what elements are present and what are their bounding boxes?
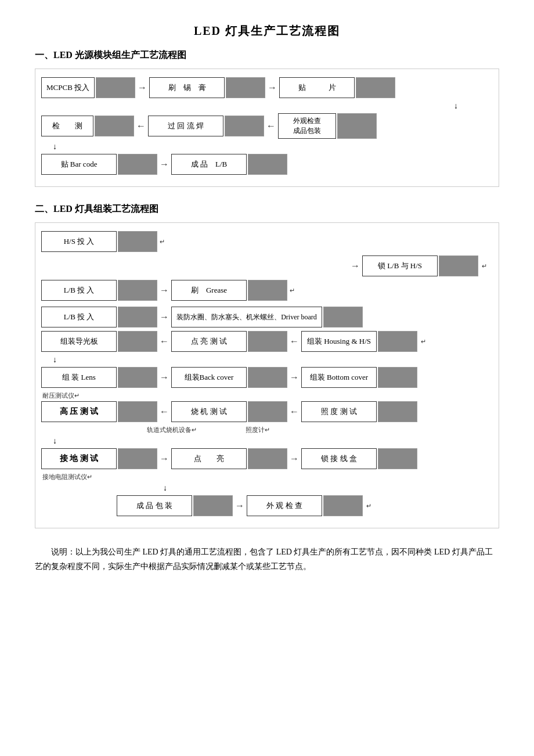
proc-box-barcode: 贴 Bar code	[41, 154, 117, 175]
explanation: 说明：以上为我公司生产 LED 灯具的通用工艺流程图，包含了 LED 灯具生产的…	[35, 545, 499, 574]
proc-ground: 接 地 测 试	[41, 448, 157, 469]
proc-box-mount: 贴 片	[279, 77, 355, 98]
arrow-hv1: ←	[157, 406, 171, 417]
proc-reflow: 过 回 流 焊	[148, 116, 264, 136]
proc-box-reflow: 过 回 流 焊	[148, 116, 223, 136]
img-lock	[439, 255, 478, 276]
img-lighton	[248, 448, 287, 469]
section2-heading: 二、LED 灯具组装工艺流程图	[35, 203, 499, 215]
proc-visual-pack: 外观检查 成品包装	[278, 113, 377, 139]
img-lb2	[118, 307, 157, 327]
proc-illum: 照 度 测 试	[301, 401, 417, 422]
arrow-down-1: ↓	[454, 102, 458, 111]
proc-box-vf: 外 观 检 查	[247, 495, 322, 516]
note-lock: ↵	[482, 262, 487, 270]
proc-box-lighton: 点 亮	[171, 448, 247, 469]
img-fp	[193, 495, 233, 516]
img-bc	[248, 367, 287, 388]
s2-row-ground: 接 地 测 试 → 点 亮 → 锁 接 线 盒	[41, 448, 493, 469]
img-burn	[248, 401, 287, 422]
explanation-text: 说明：以上为我公司生产 LED 灯具的通用工艺流程图，包含了 LED 灯具生产的…	[35, 548, 493, 571]
img-illum	[378, 401, 417, 422]
arrow-down-hv: ↓	[53, 437, 57, 445]
proc-finished-lb: 成 品 L/B	[171, 154, 287, 175]
proc-waterproof: 装防水圈、防水塞头、机米螺丝、Driver board	[171, 307, 363, 327]
section2: 二、LED 灯具组装工艺流程图 H/S 投 入 ↵ → 锁 L/B 与 H/S …	[35, 203, 499, 528]
proc-lightguide: 组装导光板	[41, 331, 157, 352]
proc-lighton: 点 亮	[171, 448, 287, 469]
proc-grease: 刷 Grease	[171, 280, 287, 301]
proc-highv: 高 压 测 试	[41, 401, 157, 422]
note-hs: ↵	[160, 238, 165, 246]
proc-box-hs: H/S 投 入	[41, 231, 117, 252]
proc-mount: 贴 片	[279, 77, 395, 98]
flow-row-3: 贴 Bar code → 成 品 L/B	[41, 154, 493, 175]
visual-line1: 外观检查	[293, 116, 321, 126]
proc-box-inspect: 检 测	[41, 116, 93, 136]
proc-box-bc: 组装Back cover	[171, 367, 247, 388]
proc-burn: 烧 机 测 试	[171, 401, 287, 422]
img-lockbox	[378, 448, 417, 469]
proc-box-visual: 外观检查 成品包装	[278, 113, 336, 139]
note-illum: 照度计↵	[244, 426, 337, 434]
section1-heading: 一、LED 光源模块组生产工艺流程图	[35, 49, 499, 62]
proc-box-lb2: L/B 投 入	[41, 307, 117, 327]
proc-box-hv: 高 压 测 试	[41, 401, 117, 422]
proc-box-btc: 组装 Bottom cover	[301, 367, 377, 388]
img-barcode	[118, 154, 157, 175]
proc-box-flb: 成 品 L/B	[171, 154, 247, 175]
proc-box-mcpcb: MCPCB 投入	[41, 77, 95, 98]
proc-box-solder: 刷 锡 膏	[149, 77, 225, 98]
img-housing	[378, 331, 417, 352]
section1: 一、LED 光源模块组生产工艺流程图 MCPCB 投入 → 刷 锡 膏 → 贴 …	[35, 49, 499, 187]
proc-box-lens: 组 装 Lens	[41, 367, 117, 388]
proc-lockbox: 锁 接 线 盒	[301, 448, 417, 469]
proc-light-test: 点 亮 测 试	[171, 331, 287, 352]
img-flb	[248, 154, 287, 175]
proc-box-lb: 锁 接 线 盒	[301, 448, 377, 469]
img-lg	[118, 331, 157, 352]
arrow-down-2: ↓	[53, 142, 57, 152]
arrow-gnd1: →	[157, 453, 171, 464]
flow-row-2: 检 测 ← 过 回 流 焊 ← 外观检查 成品包装	[41, 113, 493, 139]
img-grease	[248, 280, 287, 301]
page-title: LED 灯具生产工艺流程图	[35, 23, 499, 39]
proc-lb-input1: L/B 投 入	[41, 280, 157, 301]
proc-box-wp: 装防水圈、防水塞头、机米螺丝、Driver board	[171, 307, 322, 327]
img-solder	[226, 77, 265, 98]
note-voltage: 耐压测试仪↵	[41, 391, 493, 400]
proc-lock-lb-hs: 锁 L/B 与 H/S ↵	[362, 255, 487, 276]
note-burn: 轨道式烧机设备↵	[146, 426, 239, 434]
proc-visual-final: 外 观 检 查 ↵	[247, 495, 371, 516]
note-ground: 接地电阻测试仪↵	[41, 473, 493, 481]
proc-box-lock: 锁 L/B 与 H/S	[362, 255, 438, 276]
arrow-hv2: ←	[287, 406, 301, 417]
arrow-lock-lb: →	[348, 261, 362, 271]
img-mount	[356, 77, 395, 98]
proc-box-lg: 组装导光板	[41, 331, 117, 352]
s2-row-pack: 成 品 包 装 → 外 观 检 查 ↵	[41, 495, 493, 516]
visual-line2: 成品包装	[293, 126, 321, 136]
arrow-3-1: →	[157, 159, 171, 170]
arrow-down-lg: ↓	[53, 355, 57, 364]
note-housing: ↵	[421, 338, 426, 345]
arrow-2-1: ←	[134, 121, 148, 131]
img-gnd	[118, 448, 157, 469]
s2-row-lens: 组 装 Lens → 组装Back cover → 组装 Bottom cove…	[41, 367, 493, 388]
img-lb1	[118, 280, 157, 301]
img-reflow	[225, 116, 264, 136]
img-hs	[118, 231, 157, 252]
proc-bottom-cover: 组装 Bottom cover	[301, 367, 417, 388]
proc-barcode: 贴 Bar code	[41, 154, 157, 175]
img-hv	[118, 401, 157, 422]
flow-row-1: MCPCB 投入 → 刷 锡 膏 → 贴 片	[41, 77, 493, 98]
arrow-1-1: →	[135, 82, 149, 93]
arrow-lens1: →	[157, 372, 171, 383]
proc-box-lt: 点 亮 测 试	[171, 331, 247, 352]
img-wp	[323, 307, 363, 327]
proc-solder-paste: 刷 锡 膏	[149, 77, 265, 98]
img-lt	[248, 331, 287, 352]
proc-housing: 组装 Housing & H/S ↵	[301, 331, 426, 352]
arrow-lb1: →	[157, 285, 171, 296]
img-vf	[323, 495, 363, 516]
